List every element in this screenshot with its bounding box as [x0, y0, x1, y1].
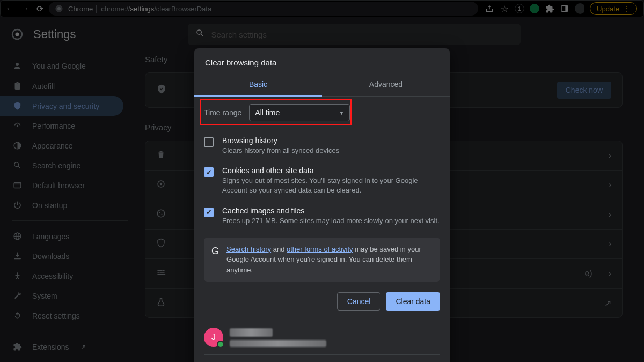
clear-browsing-data-dialog: Clear browsing data Basic Advanced Time … [194, 48, 450, 362]
account-name-redacted [230, 328, 273, 337]
account-identity [230, 328, 326, 347]
clear-options-list: Browsing history Clears history from all… [194, 129, 450, 235]
option-title: Browsing history [222, 136, 339, 145]
option-cookies: Cookies and other site data Signs you ou… [204, 161, 440, 201]
cancel-button[interactable]: Cancel [337, 292, 381, 311]
search-history-info: G Search history and other forms of acti… [204, 238, 440, 282]
dialog-account-section: J To clear browsing data from this devic… [194, 320, 450, 362]
time-range-label: Time range [204, 108, 241, 117]
tab-basic[interactable]: Basic [194, 75, 322, 97]
time-range-row: Time range All time ▼ [194, 97, 450, 129]
option-title: Cookies and other site data [222, 166, 440, 175]
time-range-value: All time [255, 108, 280, 117]
checkbox-cookies[interactable] [204, 167, 214, 177]
tab-advanced[interactable]: Advanced [322, 75, 450, 97]
sync-status-icon [217, 341, 224, 348]
dialog-footer-text: To clear browsing data from this device … [204, 355, 440, 362]
option-desc: Frees up 271 MB. Some sites may load mor… [222, 216, 440, 226]
account-row: J [204, 328, 440, 355]
account-email-redacted [230, 340, 326, 347]
clear-data-button[interactable]: Clear data [386, 292, 440, 311]
dialog-title: Clear browsing data [194, 48, 450, 75]
dialog-tabs: Basic Advanced [194, 75, 450, 97]
option-desc: Signs you out of most sites. You'll stay… [222, 176, 440, 195]
option-title: Cached images and files [222, 206, 440, 215]
checkbox-cached-files[interactable] [204, 208, 214, 217]
option-cached-files: Cached images and files Frees up 271 MB.… [204, 201, 440, 231]
caret-down-icon: ▼ [339, 110, 344, 116]
account-avatar: J [204, 328, 223, 347]
search-history-link[interactable]: Search history [226, 245, 271, 253]
google-g-icon: G [211, 244, 219, 258]
dialog-actions: Cancel Clear data [194, 288, 450, 320]
checkbox-browsing-history[interactable] [204, 137, 214, 147]
time-range-select[interactable]: All time ▼ [249, 104, 350, 121]
option-browsing-history: Browsing history Clears history from all… [204, 131, 440, 161]
option-desc: Clears history from all synced devices [222, 146, 339, 156]
other-activity-link[interactable]: other forms of activity [287, 245, 353, 253]
